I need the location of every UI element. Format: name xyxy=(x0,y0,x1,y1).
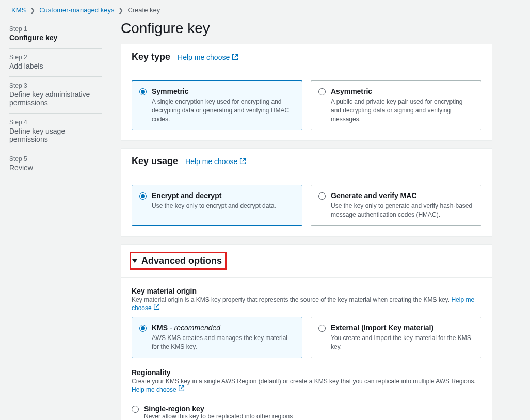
breadcrumb-mid[interactable]: Customer-managed keys xyxy=(39,6,114,14)
help-regionality[interactable]: Help me choose xyxy=(132,386,185,393)
wizard-steps: Step 1 Configure key Step 2 Add labels S… xyxy=(9,20,102,420)
radio-icon xyxy=(132,406,139,413)
chevron-right-icon: ❯ xyxy=(118,7,123,14)
radio-icon xyxy=(318,325,326,332)
advanced-toggle[interactable]: Advanced options xyxy=(121,245,492,278)
regionality-section: Regionality Create your KMS key in a sin… xyxy=(121,361,492,401)
regionality-single[interactable]: Single-region key Never allow this key t… xyxy=(132,401,481,420)
sidebar-step-1[interactable]: Step 1 Configure key xyxy=(9,20,102,49)
key-usage-mac[interactable]: Generate and verify MAC Use the key only… xyxy=(311,185,481,226)
annotation-highlight: Advanced options xyxy=(130,252,227,270)
chevron-right-icon: ❯ xyxy=(30,7,35,14)
breadcrumb: KMS ❯ Customer-managed keys ❯ Create key xyxy=(9,6,521,14)
panel-key-type: Key type Help me choose Symmetric A sing… xyxy=(121,44,492,141)
help-key-type[interactable]: Help me choose xyxy=(178,53,238,61)
sidebar-step-3[interactable]: Step 3 Define key administrative permiss… xyxy=(9,77,102,114)
sidebar-step-4[interactable]: Step 4 Define key usage permissions xyxy=(9,114,102,150)
panel-advanced: Advanced options Key material origin Key… xyxy=(121,244,492,420)
origin-external[interactable]: External (Import Key material) You creat… xyxy=(311,317,481,358)
key-usage-encrypt[interactable]: Encrypt and decrypt Use the key only to … xyxy=(132,185,302,226)
panel-key-usage: Key usage Help me choose Encrypt and dec… xyxy=(121,148,492,237)
panel-key-type-title: Key type xyxy=(132,52,170,62)
sidebar-step-2[interactable]: Step 2 Add labels xyxy=(9,49,102,77)
key-material-section: Key material origin Key material origin … xyxy=(121,278,492,361)
radio-icon xyxy=(318,88,326,95)
key-type-asymmetric[interactable]: Asymmetric A public and private key pair… xyxy=(311,80,481,130)
panel-key-usage-title: Key usage xyxy=(132,156,178,167)
key-type-symmetric[interactable]: Symmetric A single encryption key used f… xyxy=(132,80,302,130)
caret-down-icon xyxy=(132,259,137,263)
radio-icon xyxy=(139,192,147,200)
radio-icon xyxy=(139,325,147,332)
breadcrumb-root[interactable]: KMS xyxy=(11,6,26,14)
page-title: Configure key xyxy=(121,20,492,37)
external-link-icon xyxy=(239,158,246,165)
external-link-icon xyxy=(178,385,185,392)
sidebar-step-5[interactable]: Step 5 Review xyxy=(9,150,102,178)
external-link-icon xyxy=(232,54,238,60)
external-link-icon xyxy=(153,303,160,310)
radio-icon xyxy=(139,88,147,95)
help-key-usage[interactable]: Help me choose xyxy=(185,157,246,166)
breadcrumb-current: Create key xyxy=(127,6,160,14)
content: Configure key Key type Help me choose xyxy=(121,20,492,420)
radio-icon xyxy=(318,192,326,200)
origin-kms[interactable]: KMS - recommended AWS KMS creates and ma… xyxy=(132,317,302,358)
